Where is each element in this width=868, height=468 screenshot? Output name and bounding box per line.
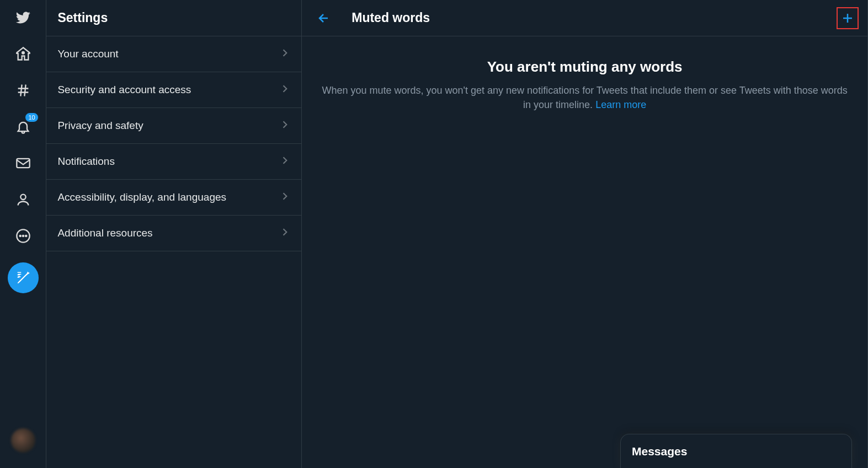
settings-item-label: Security and account access bbox=[57, 84, 191, 96]
add-muted-word-button[interactable] bbox=[837, 7, 859, 29]
empty-state: You aren't muting any words When you mut… bbox=[302, 36, 867, 112]
settings-item-label: Accessibility, display, and languages bbox=[57, 191, 226, 203]
svg-point-6 bbox=[25, 235, 26, 236]
settings-item-label: Notifications bbox=[57, 155, 115, 168]
svg-point-5 bbox=[23, 235, 24, 236]
settings-item-privacy[interactable]: Privacy and safety bbox=[46, 108, 301, 144]
compose-tweet-button[interactable] bbox=[8, 262, 39, 293]
detail-column: Muted words You aren't muting any words … bbox=[302, 0, 868, 468]
settings-item-notifications[interactable]: Notifications bbox=[46, 144, 301, 180]
settings-column: Settings Your account Security and accou… bbox=[46, 0, 302, 468]
learn-more-link[interactable]: Learn more bbox=[595, 99, 646, 110]
settings-header: Settings bbox=[46, 0, 301, 36]
account-avatar[interactable] bbox=[11, 428, 35, 453]
chevron-right-icon bbox=[279, 227, 290, 240]
settings-item-security[interactable]: Security and account access bbox=[46, 72, 301, 108]
svg-rect-1 bbox=[17, 159, 29, 168]
notifications-badge: 10 bbox=[25, 112, 38, 122]
svg-point-2 bbox=[20, 195, 25, 200]
chevron-right-icon bbox=[279, 119, 290, 132]
nav-rail: 10 bbox=[0, 0, 46, 468]
chevron-right-icon bbox=[279, 155, 290, 168]
messages-dock-title: Messages bbox=[632, 445, 687, 458]
nav-more[interactable] bbox=[9, 222, 38, 250]
nav-profile[interactable] bbox=[9, 185, 38, 214]
empty-state-text: When you mute words, you won't get any n… bbox=[322, 85, 847, 110]
chevron-right-icon bbox=[279, 191, 290, 204]
settings-item-your-account[interactable]: Your account bbox=[46, 36, 301, 72]
settings-item-label: Your account bbox=[57, 48, 118, 60]
settings-item-label: Privacy and safety bbox=[57, 120, 143, 132]
settings-item-additional[interactable]: Additional resources bbox=[46, 216, 301, 251]
chevron-right-icon bbox=[279, 47, 290, 61]
detail-header: Muted words bbox=[302, 0, 867, 36]
settings-item-label: Additional resources bbox=[57, 227, 152, 239]
svg-point-4 bbox=[19, 235, 20, 236]
detail-title: Muted words bbox=[352, 10, 837, 25]
nav-messages[interactable] bbox=[9, 149, 38, 177]
empty-state-body: When you mute words, you won't get any n… bbox=[318, 83, 851, 112]
nav-notifications[interactable]: 10 bbox=[9, 112, 38, 141]
twitter-logo[interactable] bbox=[9, 3, 38, 32]
chevron-right-icon bbox=[279, 83, 290, 96]
settings-list: Your account Security and account access… bbox=[46, 36, 301, 251]
settings-item-accessibility[interactable]: Accessibility, display, and languages bbox=[46, 180, 301, 216]
nav-explore[interactable] bbox=[9, 76, 38, 105]
back-button[interactable] bbox=[313, 7, 335, 29]
messages-dock[interactable]: Messages bbox=[620, 434, 852, 468]
svg-point-0 bbox=[22, 52, 24, 54]
settings-title: Settings bbox=[57, 10, 108, 25]
nav-home[interactable] bbox=[9, 40, 38, 68]
empty-state-heading: You aren't muting any words bbox=[318, 58, 851, 76]
